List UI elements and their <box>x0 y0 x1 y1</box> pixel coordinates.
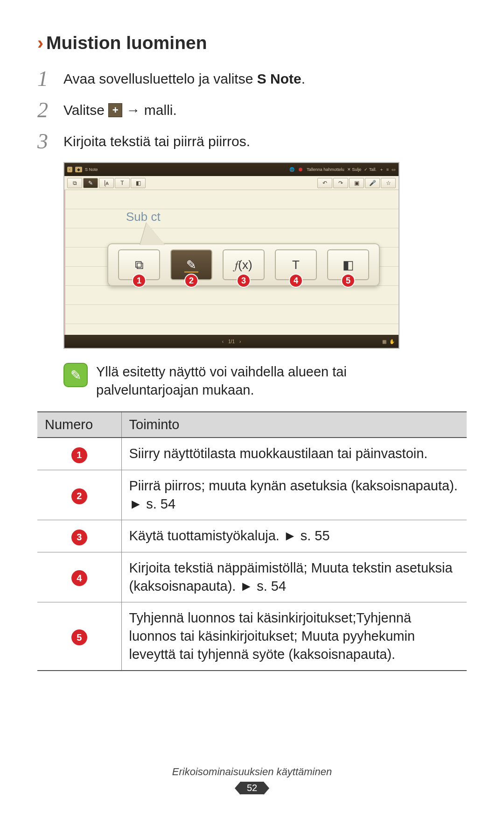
app-toolbar: ⧉ ✎ ɭᴀ T ◧ ↶ ↷ ▣ 🎤 ☆ <box>64 176 399 190</box>
callout-5: 5 <box>341 274 355 288</box>
table-row: 1 Siirry näyttötilasta muokkaustilaan ta… <box>37 438 467 470</box>
row-badge: 5 <box>71 629 87 645</box>
handwriting-icon[interactable]: ɭᴀ <box>99 178 114 188</box>
app-bottombar: ‹ 1/1 › ▦ ✋ <box>64 335 399 348</box>
row-badge: 4 <box>71 570 87 586</box>
note-text: Yllä esitetty näyttö voi vaihdella aluee… <box>96 363 413 399</box>
star-icon[interactable]: ☆ <box>381 178 396 188</box>
undo-icon[interactable]: ↶ <box>317 178 332 188</box>
text-tool-icon[interactable]: T <box>115 178 130 188</box>
step-number: 1 <box>37 66 63 91</box>
table-row: 5 Tyhjennä luonnos tai käsinkirjoitukset… <box>37 602 467 671</box>
heading-text: Muistion luominen <box>46 33 207 53</box>
step-3: 3 Kirjoita tekstiä tai piirrä piirros. <box>37 129 467 154</box>
add-icon[interactable]: ＋ <box>379 167 384 173</box>
window-icon[interactable]: ▭ <box>392 167 396 172</box>
add-page-icon[interactable]: ▦ <box>382 339 386 344</box>
table-row: 4 Kirjoita tekstiä näppäimistöllä; Muuta… <box>37 552 467 602</box>
step-text: Valitse + → malli. <box>63 101 177 119</box>
step-number: 3 <box>37 129 63 154</box>
row-badge: 3 <box>71 530 87 545</box>
app-titlebar: ‹ ◆ S Note 🌐 Tallenna hahmottelu ✕ Sulje… <box>64 163 399 176</box>
function-table: Numero Toiminto 1 Siirry näyttötilasta m… <box>37 411 467 671</box>
record-label[interactable]: Tallenna hahmottelu <box>307 167 344 172</box>
step-number: 2 <box>37 98 63 122</box>
page-footer: Erikoisominaisuuksien käyttäminen 52 <box>0 766 504 794</box>
pager-label: 1/1 <box>228 339 235 344</box>
pen-icon: ✎ <box>186 258 196 272</box>
footer-section: Erikoisominaisuuksien käyttäminen <box>0 766 504 778</box>
step-2: 2 Valitse + → malli. <box>37 98 467 122</box>
pen-button[interactable]: ✎ 2 <box>170 249 212 280</box>
app-name: S Note <box>85 167 98 172</box>
eraser-button[interactable]: ◧ 5 <box>327 249 369 280</box>
formula-icon: 𝑓(x) <box>235 258 252 272</box>
note-canvas[interactable]: Sub ct ⧉ 1 ✎ 2 𝑓(x) 3 T 4 <box>64 190 399 335</box>
callout-1: 1 <box>132 274 146 288</box>
text-button[interactable]: T 4 <box>275 249 317 280</box>
save-button[interactable]: ✓ Tall. <box>364 167 376 172</box>
tool-popout: ⧉ 1 ✎ 2 𝑓(x) 3 T 4 ◧ 5 <box>107 243 380 286</box>
text-icon: T <box>292 258 300 272</box>
step-text: Avaa sovellusluettelo ja valitse S Note. <box>63 70 305 88</box>
row-text: Siirry näyttötilasta muokkaustilaan tai … <box>121 438 467 470</box>
globe-icon[interactable]: 🌐 <box>289 167 294 172</box>
viewmode-button[interactable]: ⧉ 1 <box>118 249 160 280</box>
th-function: Toiminto <box>121 412 467 438</box>
table-row: 2 Piirrä piirros; muuta kynän asetuksia … <box>37 470 467 520</box>
menu-icon[interactable]: ≡ <box>386 167 389 172</box>
viewmode-icon: ⧉ <box>135 258 144 272</box>
close-button[interactable]: ✕ Sulje <box>347 167 362 172</box>
row-text: Piirrä piirros; muuta kynän asetuksia (k… <box>121 470 467 520</box>
subject-placeholder: Sub ct <box>126 210 161 224</box>
table-row: 3 Käytä tuottamistyökaluja. ► s. 55 <box>37 520 467 552</box>
section-heading: ›Muistion luominen <box>37 33 467 53</box>
pen-underline <box>184 271 198 273</box>
back-icon[interactable]: ‹ <box>67 167 72 172</box>
row-text: Tyhjennä luonnos tai käsinkirjoitukset;T… <box>121 602 467 671</box>
row-badge: 1 <box>71 447 87 463</box>
row-badge: 2 <box>71 488 87 504</box>
plus-icon: + <box>108 103 122 117</box>
step-text: Kirjoita tekstiä tai piirrä piirros. <box>63 132 250 150</box>
row-text: Käytä tuottamistyökaluja. ► s. 55 <box>121 520 467 552</box>
formula-button[interactable]: 𝑓(x) 3 <box>223 249 265 280</box>
mic-icon[interactable]: 🎤 <box>365 178 380 188</box>
eraser-tool-icon[interactable]: ◧ <box>131 178 146 188</box>
callout-3: 3 <box>237 274 251 288</box>
callout-4: 4 <box>289 274 303 288</box>
info-note: ✎ Yllä esitetty näyttö voi vaihdella alu… <box>63 363 467 399</box>
record-icon[interactable] <box>299 168 302 171</box>
th-number: Numero <box>37 412 121 438</box>
view-mode-icon[interactable]: ⧉ <box>67 178 82 188</box>
app-icon: ◆ <box>75 167 82 172</box>
pen-tool-icon[interactable]: ✎ <box>83 178 98 188</box>
app-screenshot: ‹ ◆ S Note 🌐 Tallenna hahmottelu ✕ Sulje… <box>63 162 399 349</box>
chevron-icon: › <box>37 33 43 53</box>
note-icon: ✎ <box>63 363 88 387</box>
redo-icon[interactable]: ↷ <box>333 178 348 188</box>
page-number: 52 <box>240 782 264 794</box>
hand-icon[interactable]: ✋ <box>389 339 395 344</box>
image-icon[interactable]: ▣ <box>349 178 364 188</box>
row-text: Kirjoita tekstiä näppäimistöllä; Muuta t… <box>121 552 467 602</box>
step-1: 1 Avaa sovellusluettelo ja valitse S Not… <box>37 66 467 91</box>
next-page-icon[interactable]: › <box>239 339 241 344</box>
eraser-icon: ◧ <box>343 258 354 272</box>
callout-2: 2 <box>184 274 198 288</box>
prev-page-icon[interactable]: ‹ <box>222 339 224 344</box>
